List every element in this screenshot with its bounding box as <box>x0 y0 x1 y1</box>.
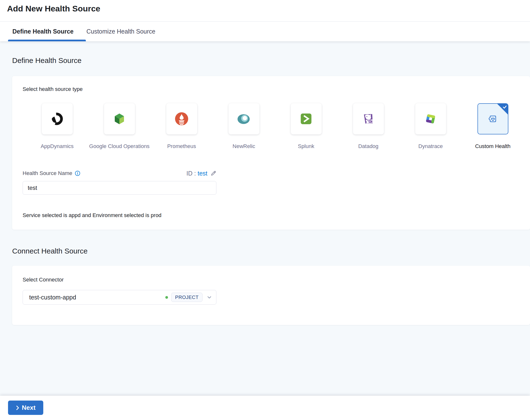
health-source-tile-label: NewRelic <box>233 143 255 150</box>
dynatrace-icon <box>423 111 438 127</box>
connect-health-source-card: Select Connector test-custom-appd PROJEC… <box>12 266 530 325</box>
info-icon[interactable] <box>75 170 80 176</box>
health-source-tile-prometheus[interactable] <box>166 103 197 134</box>
id-separator: : <box>194 170 196 177</box>
service-environment-note: Service selected is appd and Environment… <box>23 212 162 219</box>
chevron-right-icon <box>16 405 19 410</box>
health-source-tile-label: Dynatrace <box>418 143 443 150</box>
check-icon <box>502 104 507 109</box>
connector-select[interactable]: test-custom-appd PROJECT <box>23 290 216 304</box>
health-source-tile-label: Splunk <box>298 143 314 150</box>
health-source-tile-newrelic[interactable] <box>229 103 259 134</box>
health-source-option-splunk: Splunk <box>275 103 337 150</box>
health-source-tile-label: Prometheus <box>167 143 196 150</box>
define-health-source-card: Select health source type AppDynamicsGoo… <box>12 76 530 230</box>
health-source-tile-dynatrace[interactable] <box>415 103 446 134</box>
next-button-label: Next <box>22 404 35 411</box>
health-source-tile-label: Datadog <box>358 143 378 150</box>
id-label: ID <box>187 170 192 177</box>
health-source-id-row: ID : test <box>187 169 216 177</box>
tab-bar: Define Health Source Customize Health So… <box>0 22 530 41</box>
health-source-option-prometheus: Prometheus <box>150 103 213 150</box>
connector-value: test-custom-appd <box>29 294 76 301</box>
dialog-header: Add New Health Source Define Health Sour… <box>0 0 530 41</box>
health-source-tile-splunk[interactable] <box>291 103 322 134</box>
connector-scope-badge: PROJECT <box>171 293 203 302</box>
newrelic-icon <box>236 111 252 127</box>
tab-customize-health-source[interactable]: Customize Health Source <box>82 22 160 41</box>
health-source-tile-custom-health[interactable] <box>477 103 508 134</box>
dialog-footer: Next <box>0 396 530 420</box>
health-source-type-list: AppDynamicsGoogle Cloud OperationsPromet… <box>26 103 524 150</box>
health-source-tile-google-cloud-operations[interactable] <box>104 103 135 134</box>
define-section-heading: Define Health Source <box>12 55 81 66</box>
dialog-title: Add New Health Source <box>7 3 100 14</box>
active-tab-indicator <box>8 40 86 41</box>
health-source-name-input[interactable] <box>23 181 216 195</box>
id-value: test <box>198 170 207 177</box>
connector-right-group: PROJECT <box>165 293 212 302</box>
health-source-name-row: Health Source Name <box>23 169 80 177</box>
connect-section-heading: Connect Health Source <box>12 246 88 256</box>
datadog-icon <box>361 111 376 127</box>
add-health-source-dialog: Add New Health Source Define Health Sour… <box>0 0 530 420</box>
splunk-icon <box>298 111 314 127</box>
select-connector-label: Select Connector <box>23 276 64 283</box>
connector-status-dot <box>165 296 168 299</box>
health-source-option-custom-health: Custom Health <box>462 103 524 150</box>
health-source-option-dynatrace: Dynatrace <box>399 103 462 150</box>
health-source-tile-datadog[interactable] <box>353 103 384 134</box>
health-source-option-google-cloud-operations: Google Cloud Operations <box>88 103 150 150</box>
google-cloud-operations-icon <box>112 111 127 127</box>
select-health-source-type-label: Select health source type <box>23 86 83 93</box>
health-source-tile-appdynamics[interactable] <box>42 103 73 134</box>
next-button[interactable]: Next <box>8 401 43 415</box>
tab-define-health-source[interactable]: Define Health Source <box>8 22 78 41</box>
health-source-tile-label: Google Cloud Operations <box>89 143 149 150</box>
appdynamics-icon <box>49 111 65 127</box>
health-source-option-datadog: Datadog <box>337 103 399 150</box>
health-source-name-label: Health Source Name <box>23 170 72 176</box>
prometheus-icon <box>174 111 189 127</box>
health-source-tile-label: Custom Health <box>475 143 511 150</box>
chevron-down-icon <box>206 294 212 300</box>
health-source-option-newrelic: NewRelic <box>213 103 275 150</box>
health-source-tile-label: AppDynamics <box>41 143 74 150</box>
edit-pencil-icon[interactable] <box>210 170 216 176</box>
health-source-option-appdynamics: AppDynamics <box>26 103 88 150</box>
